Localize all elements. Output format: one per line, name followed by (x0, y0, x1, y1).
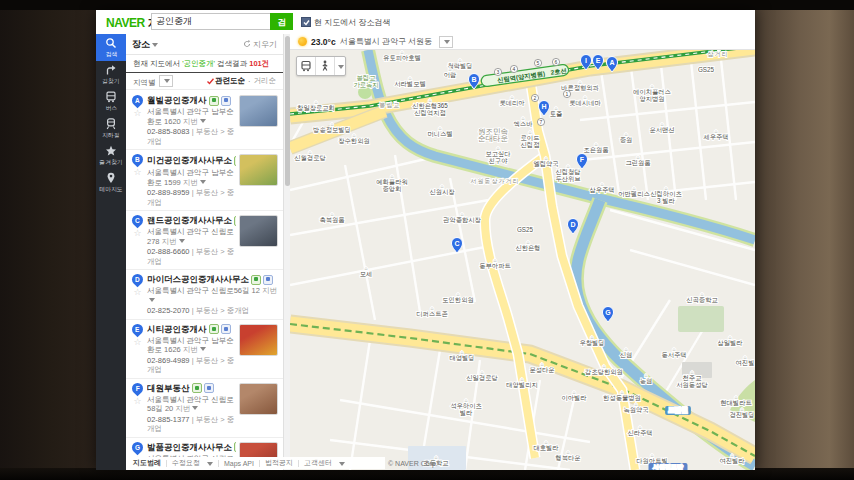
route-end-icon[interactable] (204, 383, 214, 393)
route-start-icon[interactable] (234, 442, 236, 452)
current-map-search-toggle[interactable]: 현 지도에서 장소검색 (301, 16, 390, 28)
walking-layer-button[interactable] (315, 57, 334, 75)
checkbox-checked-icon[interactable] (301, 17, 311, 27)
lot-number-toggle[interactable]: 지번 (162, 237, 177, 246)
rail-item-테마지도[interactable]: 테마지도 (96, 169, 126, 196)
favorite-star-icon[interactable]: ☆ (133, 397, 141, 406)
map-label: 도림천 (668, 406, 688, 414)
map-label: 어반펠리스 (618, 190, 649, 197)
rail-item-검색[interactable]: 검색 (96, 34, 126, 61)
map-canvas[interactable]: ⌂청락빌딩⌂유토피아호텔⌂어람⌂서라벌모텔봉림교가로녹지봉림교⌂창일장로교회⌂신… (290, 50, 755, 470)
route-start-icon[interactable] (192, 383, 202, 393)
chevron-down-icon (338, 65, 344, 72)
lot-number-toggle[interactable]: 지번 (262, 286, 277, 295)
lot-number-toggle[interactable]: 지번 (183, 117, 198, 126)
svg-text:I: I (585, 57, 587, 64)
route-start-icon[interactable] (209, 324, 219, 334)
favorite-star-icon[interactable]: ☆ (133, 168, 141, 177)
place-name[interactable]: 발품공인중개사사무소 (147, 442, 232, 453)
station-exit-5: 5 (534, 59, 541, 66)
region-filter-label: 지역별 (133, 77, 156, 86)
footer-link-법적공지[interactable]: 법적공지 (265, 458, 293, 468)
map-label: 삼우주택 (589, 186, 614, 193)
map-label: 봉림교가로녹지 (353, 74, 378, 88)
map-label: 엑스바 (514, 120, 534, 127)
result-item-E[interactable]: E☆시티공인중개사서울특별시 관악구 남부순환로 1626 지번02-869-4… (126, 320, 283, 379)
place-name[interactable]: 시티공인중개사 (147, 324, 207, 335)
region-filter[interactable]: 지역별 (133, 75, 173, 88)
search-panel: 장소 지우기 현재 지도에서 '공인중개' 검색결과 101건 지역별 관련도순… (126, 34, 284, 470)
place-photo[interactable] (239, 154, 278, 186)
clear-results-button[interactable]: 지우기 (243, 39, 277, 50)
result-item-B[interactable]: B☆미건공인중개사사무소가격서울특별시 관악구 남부순환로 1599 지번02-… (126, 150, 283, 211)
favorite-star-icon[interactable]: ☆ (133, 338, 141, 347)
layer-dropdown[interactable] (334, 57, 345, 75)
svg-text:B: B (471, 76, 476, 83)
chevron-down-icon (152, 43, 158, 50)
route-end-icon[interactable] (221, 96, 231, 106)
rail-item-길찾기[interactable]: 길찾기 (96, 61, 126, 88)
region-dropdown[interactable] (159, 75, 173, 87)
footer-separator (218, 460, 219, 467)
map-label: 신한은행 (515, 244, 540, 252)
sidebar-rail: 검색길찾기버스지하철즐겨찾기테마지도 (96, 34, 126, 470)
favorite-star-icon[interactable]: ☆ (133, 229, 141, 238)
map-label: 모세 (360, 270, 373, 277)
map-label: 신일경로당 (466, 374, 497, 382)
place-name[interactable]: 랜드공인중개사사무소 (147, 215, 232, 226)
route-start-icon[interactable] (209, 96, 219, 106)
favorite-star-icon[interactable]: ☆ (133, 288, 141, 297)
map-label: 서원동상가거리 (471, 178, 520, 184)
tab-place-label: 장소 (132, 38, 150, 51)
svg-text:4: 4 (513, 66, 516, 72)
map-label: 조은원룸 (583, 146, 608, 153)
footer-link-지도범례[interactable]: 지도범례 (133, 458, 161, 468)
place-name[interactable]: 마이더스공인중개사사무소 (147, 274, 249, 285)
footer-link-Maps API[interactable]: Maps API (224, 460, 254, 467)
footer-link-수정요청[interactable]: 수정요청 (172, 458, 200, 468)
rail-item-즐겨찾기[interactable]: 즐겨찾기 (96, 142, 126, 169)
footer-link-고객센터[interactable]: 고객센터 (304, 458, 332, 468)
tab-place[interactable]: 장소 (132, 38, 158, 51)
result-item-F[interactable]: F☆대원부동산서울특별시 관악구 신림로58길 20 지번02-885-1377… (126, 379, 283, 438)
place-name[interactable]: 대원부동산 (147, 383, 190, 394)
result-item-A[interactable]: A☆월빌공인중개사서울특별시 관악구 남부순환로 1620 지번02-885-8… (126, 91, 283, 150)
weather-bar: 23.0°c 서울특별시 관악구 서원동 (290, 34, 755, 50)
search-button[interactable]: 검색 (270, 13, 293, 30)
chevron-down-icon (164, 79, 170, 86)
svg-text:E: E (596, 57, 601, 64)
rail-item-label: 길찾기 (102, 77, 120, 85)
svg-text:2: 2 (534, 95, 537, 101)
result-summary: 현재 지도에서 '공인중개' 검색결과 101건 (126, 55, 283, 73)
lot-number-toggle[interactable]: 지번 (183, 178, 198, 187)
route-start-icon[interactable] (234, 156, 236, 166)
place-photo[interactable] (239, 215, 278, 247)
lot-number-toggle[interactable]: 지번 (175, 404, 190, 413)
result-item-D[interactable]: D☆마이더스공인중개사사무소서울특별시 관악구 신림로56길 12 지번02-8… (126, 270, 283, 320)
rail-item-버스[interactable]: 버스 (96, 88, 126, 115)
place-photo[interactable] (239, 324, 278, 356)
route-start-icon[interactable] (251, 275, 261, 285)
sort-relevance-label: 관련도순 (215, 76, 245, 86)
route-end-icon[interactable] (263, 275, 273, 285)
rail-item-label: 지하철 (102, 131, 120, 139)
sort-distance[interactable]: 거리순 (254, 76, 277, 86)
lot-number-toggle[interactable]: 지번 (183, 345, 198, 354)
sort-relevance[interactable]: 관련도순 (207, 76, 245, 86)
map-label: 로이드신림점 (521, 134, 540, 148)
traffic-bus-layer-button[interactable] (297, 57, 315, 75)
map-label: GS25 (698, 66, 715, 73)
weather-location-dropdown[interactable] (439, 36, 453, 48)
place-photo[interactable] (239, 383, 278, 415)
result-item-G[interactable]: G☆발품공인중개사사무소서울특별시 관악구 신림로 16 지번02-859-89… (126, 438, 283, 458)
route-start-icon[interactable] (234, 216, 236, 226)
search-input[interactable] (151, 13, 277, 30)
favorite-star-icon[interactable]: ☆ (133, 109, 141, 118)
route-end-icon[interactable] (221, 324, 231, 334)
place-photo[interactable] (239, 95, 278, 127)
rail-item-지하철[interactable]: 지하철 (96, 115, 126, 142)
place-name[interactable]: 월빌공인중개사 (147, 95, 207, 106)
place-name[interactable]: 미건공인중개사사무소 (147, 155, 232, 166)
place-photo[interactable] (239, 442, 278, 458)
result-item-C[interactable]: C☆랜드공인중개사사무소서울특별시 관악구 신림로 278 지번02-888-6… (126, 211, 283, 270)
